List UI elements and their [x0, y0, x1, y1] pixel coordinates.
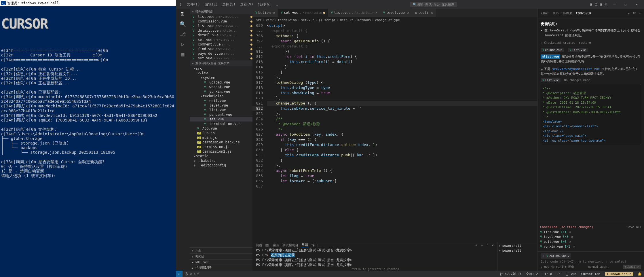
open-editor-item[interactable]: Vlist.vuesrc\view\o...● [190, 24, 252, 28]
folder-static[interactable]: ▸ static [190, 154, 252, 158]
remote-indicator[interactable]: ⟷ [176, 271, 183, 277]
project-header[interactable]: ▾测试-调试-后台-龙兵按摩 [190, 60, 252, 66]
folder-view[interactable]: ▾ view [190, 71, 252, 75]
tab-problems[interactable]: 问题 2 [256, 243, 269, 247]
open-editor-item[interactable]: Vdetail.vuesrc\vie...● [190, 33, 252, 37]
file-path-link[interactable]: src/view/dynamic/list.vue [552, 67, 600, 71]
menu-item[interactable]: 选择(S) [220, 2, 238, 6]
file-item[interactable]: JSBus.js [190, 131, 252, 135]
file-item[interactable]: Vyunxin.vue [190, 89, 252, 94]
language-mode[interactable]: {} vue [563, 272, 579, 276]
tab-chat[interactable]: CHAT [541, 12, 549, 15]
sidebar-section[interactable]: ▸NOTEPADS [190, 259, 252, 265]
file-item[interactable]: ⚙.editorconfig [190, 163, 252, 168]
file-item[interactable]: Vlevel.vue [190, 103, 252, 108]
menu-item[interactable]: … [273, 2, 280, 6]
tab-bugfinder[interactable]: BUG FINDER [553, 12, 572, 15]
layout-right-icon[interactable]: ▣ [600, 2, 602, 6]
editor-tab[interactable]: V level.vue ✕ [380, 9, 412, 17]
crumb[interactable]: changeLatType [375, 18, 400, 22]
submit-button[interactable]: submit ⏎ [623, 265, 641, 269]
changed-file-item[interactable]: V yunxin.vue 1/1 ✕ [540, 244, 642, 249]
tab-output[interactable]: 输出 [273, 243, 279, 247]
image-toggle[interactable]: ▪ 图像 [565, 265, 574, 269]
editor-tab[interactable]: V list.vue ..\technician ✕ [328, 9, 380, 17]
file-item[interactable]: Vwechat.vue [190, 85, 252, 89]
input-context-chip[interactable]: ＋ V column.vue ✕ [541, 253, 571, 259]
maximize-button[interactable]: ☐ [621, 2, 630, 6]
file-item[interactable]: Vedit.vue [190, 98, 252, 103]
file-item[interactable]: VApp.vue [190, 126, 252, 131]
editor-tab[interactable]: V set.vue ..\technician ● [278, 9, 328, 17]
open-editor-item[interactable]: Vlist.vuesrc\view\t...● [190, 14, 252, 19]
file-item[interactable]: Vupload.vue [190, 80, 252, 85]
open-editor-item[interactable]: Vcomment.vuesr...● [190, 42, 252, 47]
open-editor-item[interactable]: Vcommission.vue...● [190, 19, 252, 24]
code-editor[interactable]: 659...796797...8118128138148158168178188… [252, 23, 537, 242]
file-item[interactable]: ⚙.babelrc [190, 158, 252, 163]
eol[interactable]: LF [554, 272, 563, 276]
global-search[interactable]: 🔍 测试-调试-后台-龙兵按摩 [410, 2, 457, 7]
sidebar-section[interactable]: ▸大纲 [190, 247, 252, 253]
crumb[interactable]: default [340, 18, 353, 22]
code-body[interactable]: <script> export default { methods: { asy… [267, 23, 537, 242]
crumb[interactable]: src [256, 18, 262, 22]
model-selector[interactable]: ⚙ gpt-4o-mini [541, 265, 563, 268]
folder-system[interactable]: ▾ system [190, 75, 252, 80]
file-item[interactable]: Vpendant.vue [190, 112, 252, 117]
editor-tab[interactable]: V bution ✕ [252, 9, 278, 17]
context-chip[interactable]: V column.vue [541, 48, 564, 52]
composer-history-icon[interactable]: ⟳ [633, 11, 636, 16]
terminal-instance[interactable]: ▸ powershell [499, 248, 536, 253]
open-editor-item[interactable]: Vdetail.vuesrc\vie...● [190, 28, 252, 33]
git-icon[interactable]: ⎇ [180, 31, 186, 37]
search-side-icon[interactable]: 🔍 [180, 21, 186, 27]
sidebar-section[interactable]: ▸运行UNIAPP [190, 265, 252, 271]
file-item[interactable]: Vlist.vue [190, 108, 252, 112]
editor-tab[interactable]: ⚙ .esli ✕ [412, 9, 436, 17]
menu-item[interactable]: 转到(G) [256, 2, 273, 6]
folder-technician[interactable]: ▾ technician [190, 94, 252, 98]
crumb[interactable]: methods [358, 18, 371, 22]
tab-composer[interactable]: COMPOSER [576, 12, 591, 15]
file-item[interactable]: JSmain.js [190, 135, 252, 140]
powershell-titlebar[interactable]: >_ 管理员: Windows PowerShell [0, 0, 176, 6]
changed-file-item[interactable]: V edit.vue 6/6 ✕ [540, 239, 642, 244]
file-chip[interactable]: V list.vue [541, 78, 561, 82]
terminal-instance[interactable]: ▸ powershell [499, 243, 536, 248]
tab-terminal[interactable]: 终端 [302, 243, 308, 247]
layout-left-icon[interactable]: ▣ [590, 2, 592, 6]
file-item[interactable]: JSpermission.js [190, 145, 252, 149]
menu-item[interactable]: 文件(F) [185, 2, 202, 6]
open-editor-item[interactable]: Vset.vuesrc\view\...● [190, 56, 252, 60]
context-chip[interactable]: V list.vue [568, 48, 588, 52]
open-editor-item[interactable]: Vpayorder.vuesrc...● [190, 51, 252, 56]
settings-icon[interactable]: ⚙ [605, 2, 607, 6]
file-item[interactable]: Vset.vue [190, 117, 252, 122]
changed-file-item[interactable]: V list.vue 1/1 ✕ [540, 229, 642, 234]
composer-add-icon[interactable]: ＋ [627, 11, 630, 16]
crumb[interactable]: technician [278, 18, 297, 22]
crumb[interactable]: {} script [318, 18, 336, 22]
open-editor-item[interactable]: Vset.vuesrc\view\...● [190, 37, 252, 42]
crumb[interactable]: view [266, 18, 274, 22]
terminal-more-icon[interactable]: ⋯ [481, 243, 483, 247]
cursor-tab[interactable]: Cursor Tab [579, 272, 603, 276]
errors-count[interactable]: ⓧ 0 ⚠ 0 [183, 272, 202, 276]
known-issues[interactable]: 1 known issue [603, 272, 635, 276]
file-mention[interactable]: @list.vue [541, 54, 560, 59]
open-editors-header[interactable]: ▾打开的编辑器 [190, 9, 252, 14]
restore-link[interactable]: restore [579, 41, 591, 44]
mode-agent[interactable]: agent [600, 265, 609, 268]
sidebar-section[interactable]: ▸时间线 [190, 253, 252, 259]
menu-item[interactable]: 查看(V) [238, 2, 256, 6]
composer-input[interactable]: Edit code (Ctrl+I), @ to mention, ⇧ to s… [541, 259, 641, 265]
cursor-position[interactable]: 行 822,列 23 [497, 272, 524, 276]
close-button[interactable]: ✕ [632, 2, 641, 6]
terminal-close-icon[interactable]: ✕ [492, 243, 494, 247]
menu-item[interactable]: 编辑(E) [202, 2, 220, 6]
tab-debug-console[interactable]: 调试控制台 [282, 243, 298, 247]
extensions-icon[interactable]: ▦ [181, 51, 185, 57]
debug-icon[interactable]: ▷ [181, 41, 185, 47]
save-all-button[interactable]: Save all [626, 225, 642, 229]
